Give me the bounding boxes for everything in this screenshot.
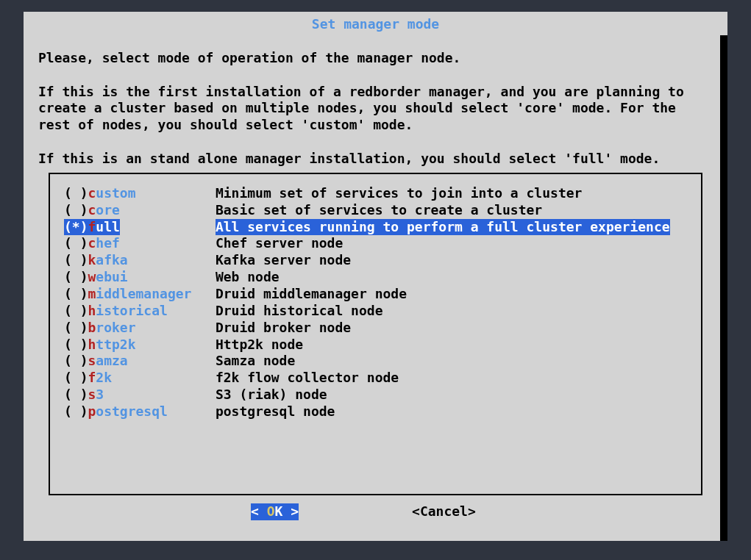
option-custom[interactable]: ( ) customMinimum set of services to joi… xyxy=(50,185,701,202)
option-hotkey: s xyxy=(88,387,96,402)
option-name: amza xyxy=(96,353,127,368)
option-hotkey: c xyxy=(88,202,96,218)
option-name: 2k xyxy=(96,370,112,385)
radio-indicator: ( ) xyxy=(64,269,88,286)
option-name: afka xyxy=(96,252,127,268)
option-hotkey: k xyxy=(88,252,96,268)
option-hotkey: f xyxy=(88,219,96,234)
radio-indicator: ( ) xyxy=(64,235,88,252)
option-desc: Druid middlemanager node xyxy=(216,286,407,303)
radio-indicator: ( ) xyxy=(64,303,88,320)
radio-indicator: ( ) xyxy=(64,202,88,219)
options-list: ( ) customMinimum set of services to joi… xyxy=(49,173,702,495)
option-name: ebui xyxy=(96,269,127,284)
radio-indicator: ( ) xyxy=(64,252,88,269)
option-desc: postgresql node xyxy=(216,403,335,420)
radio-indicator: ( ) xyxy=(64,320,88,337)
option-name: ostgresql xyxy=(96,403,168,419)
dialog-intro: Please, select mode of operation of the … xyxy=(38,50,719,168)
option-desc: Druid broker node xyxy=(216,320,351,337)
radio-indicator: ( ) xyxy=(64,387,88,403)
option-desc: Minimum set of services to join into a c… xyxy=(216,185,583,202)
option-desc: All services running to perform a full c… xyxy=(216,219,670,236)
option-hotkey: f xyxy=(88,370,96,385)
option-desc: Chef server node xyxy=(216,235,343,252)
option-s3[interactable]: ( ) s3S3 (riak) node xyxy=(50,387,701,403)
option-name: iddlemanager xyxy=(96,286,191,301)
option-hotkey: h xyxy=(88,303,96,318)
radio-indicator: (*) xyxy=(64,219,88,236)
cancel-button[interactable]: <Cancel> xyxy=(412,503,476,520)
option-hotkey: m xyxy=(88,286,96,301)
option-name: 3 xyxy=(96,387,104,402)
option-desc: Http2k node xyxy=(216,337,303,353)
option-webui[interactable]: ( ) webuiWeb node xyxy=(50,269,701,286)
option-name: ull xyxy=(96,219,120,234)
option-full[interactable]: (*) fullAll services running to perform … xyxy=(50,219,701,236)
option-name: ttp2k xyxy=(96,337,135,352)
option-broker[interactable]: ( ) brokerDruid broker node xyxy=(50,320,701,337)
radio-indicator: ( ) xyxy=(64,286,88,303)
option-name: istorical xyxy=(96,303,168,318)
dialog-title: Set manager mode xyxy=(32,16,719,33)
option-name: ustom xyxy=(96,185,135,201)
option-desc: Kafka server node xyxy=(216,252,351,269)
option-hotkey: s xyxy=(88,353,96,368)
option-desc: Basic set of services to create a cluste… xyxy=(216,202,542,219)
option-name: hef xyxy=(96,235,120,251)
option-name: ore xyxy=(96,202,120,218)
manager-mode-dialog: Set manager mode Please, select mode of … xyxy=(24,12,727,541)
option-hotkey: p xyxy=(88,403,96,419)
option-http2k[interactable]: ( ) http2kHttp2k node xyxy=(50,337,701,353)
dialog-buttons: < OK > <Cancel> xyxy=(32,503,719,520)
option-desc: Web node xyxy=(216,269,280,286)
option-middlemanager[interactable]: ( ) middlemanagerDruid middlemanager nod… xyxy=(50,286,701,303)
option-hotkey: c xyxy=(88,235,96,251)
radio-indicator: ( ) xyxy=(64,403,88,420)
option-samza[interactable]: ( ) samzaSamza node xyxy=(50,353,701,370)
option-hotkey: b xyxy=(88,320,96,335)
option-desc: Druid historical node xyxy=(216,303,383,320)
option-chef[interactable]: ( ) chefChef server node xyxy=(50,235,701,252)
option-core[interactable]: ( ) coreBasic set of services to create … xyxy=(50,202,701,219)
option-kafka[interactable]: ( ) kafkaKafka server node xyxy=(50,252,701,269)
ok-button[interactable]: < OK > xyxy=(251,503,299,520)
option-hotkey: c xyxy=(88,185,96,201)
option-hotkey: w xyxy=(88,269,96,284)
option-desc: f2k flow collector node xyxy=(216,370,399,387)
option-f2k[interactable]: ( ) f2kf2k flow collector node xyxy=(50,370,701,387)
radio-indicator: ( ) xyxy=(64,353,88,370)
option-desc: S3 (riak) node xyxy=(216,387,327,403)
radio-indicator: ( ) xyxy=(64,370,88,387)
option-desc: Samza node xyxy=(216,353,295,370)
dialog-shadow xyxy=(720,35,727,541)
option-postgresql[interactable]: ( ) postgresqlpostgresql node xyxy=(50,403,701,420)
option-historical[interactable]: ( ) historicalDruid historical node xyxy=(50,303,701,320)
option-hotkey: h xyxy=(88,337,96,352)
option-name: roker xyxy=(96,320,135,335)
radio-indicator: ( ) xyxy=(64,337,88,353)
radio-indicator: ( ) xyxy=(64,185,88,202)
